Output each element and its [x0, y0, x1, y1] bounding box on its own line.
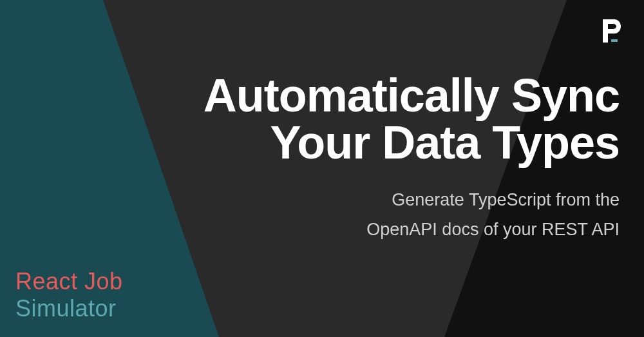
title-line-1: Automatically Sync [204, 72, 620, 119]
logo-icon [600, 18, 623, 44]
content-layer: Automatically Sync Your Data Types Gener… [0, 0, 644, 337]
subtitle-line-2: OpenAPI docs of your REST API [366, 215, 620, 245]
svg-rect-0 [611, 39, 618, 42]
subtitle-line-1: Generate TypeScript from the [366, 186, 620, 215]
page-subtitle: Generate TypeScript from the OpenAPI doc… [366, 186, 620, 245]
page-title: Automatically Sync Your Data Types [204, 72, 620, 167]
footer-line-2: Simulator [15, 295, 123, 322]
footer-line-1: React Job [15, 268, 123, 294]
title-line-2: Your Data Types [204, 119, 620, 166]
footer-brand: React Job Simulator [15, 268, 123, 322]
